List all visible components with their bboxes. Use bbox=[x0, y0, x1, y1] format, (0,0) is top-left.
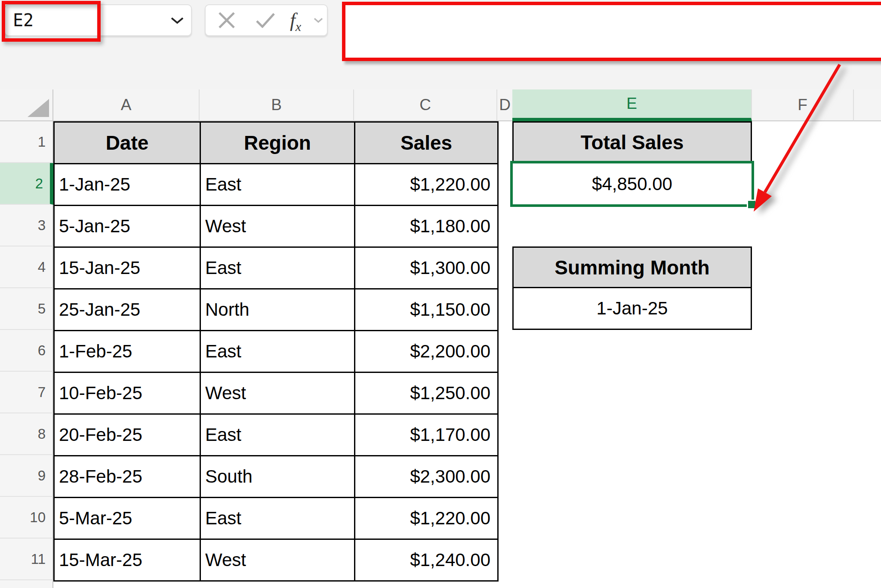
table-cell-region[interactable]: East bbox=[200, 498, 355, 539]
table-row: 1-Jan-25East$1,220.00 bbox=[54, 164, 498, 206]
column-header-f[interactable]: F bbox=[752, 89, 854, 121]
selected-cell-e2[interactable]: $4,850.00 bbox=[510, 161, 754, 207]
table-cell-date[interactable]: 5-Mar-25 bbox=[54, 498, 200, 539]
table-cell-region[interactable]: East bbox=[200, 247, 355, 289]
excel-screenshot: E2 fx =SUMIFS(C2:C11, A2:A11, ">="&E5, A… bbox=[0, 0, 881, 588]
table-cell-sales[interactable]: $1,150.00 bbox=[355, 289, 498, 331]
select-all-button[interactable] bbox=[0, 89, 53, 121]
column-header-e-selected[interactable]: E bbox=[512, 89, 752, 121]
row-header-4[interactable]: 4 bbox=[0, 246, 53, 288]
row-header-gutter: 1234567891011 bbox=[0, 121, 53, 588]
summing-month-header-cell[interactable]: Summing Month bbox=[514, 248, 751, 288]
fx-chevron-down-icon[interactable] bbox=[313, 17, 323, 23]
row-header-5[interactable]: 5 bbox=[0, 288, 53, 330]
table-row: 25-Jan-25North$1,150.00 bbox=[54, 289, 498, 331]
table-row: 5-Mar-25East$1,220.00 bbox=[54, 498, 498, 539]
header-cell-region[interactable]: Region bbox=[200, 122, 355, 164]
row-header-1[interactable]: 1 bbox=[0, 121, 53, 163]
insert-function-fx-icon[interactable]: fx bbox=[290, 9, 301, 34]
table-row: 20-Feb-25East$1,170.00 bbox=[54, 414, 498, 456]
summing-month-label: Summing Month bbox=[554, 256, 709, 279]
table-cell-sales[interactable]: $1,170.00 bbox=[355, 414, 498, 456]
table-cell-sales[interactable]: $1,220.00 bbox=[355, 164, 498, 206]
row-header-12-partial[interactable] bbox=[0, 580, 53, 588]
row-header-8[interactable]: 8 bbox=[0, 413, 53, 455]
total-sales-label: Total Sales bbox=[581, 131, 684, 154]
column-letter: E bbox=[626, 95, 637, 113]
select-all-triangle-icon bbox=[28, 99, 49, 117]
total-sales-value: $4,850.00 bbox=[592, 174, 672, 194]
table-cell-region[interactable]: West bbox=[200, 206, 355, 247]
table-cell-region[interactable]: West bbox=[200, 373, 355, 414]
table-cell-region[interactable]: North bbox=[200, 289, 355, 331]
table-row: 10-Feb-25West$1,250.00 bbox=[54, 373, 498, 414]
table-cell-date[interactable]: 10-Feb-25 bbox=[54, 373, 200, 414]
table-cell-date[interactable]: 1-Jan-25 bbox=[54, 164, 200, 206]
table-row: 28-Feb-25South$2,300.00 bbox=[54, 456, 498, 498]
column-header-g-partial[interactable] bbox=[854, 89, 881, 121]
column-letter: A bbox=[121, 96, 132, 114]
table-cell-date[interactable]: 15-Mar-25 bbox=[54, 539, 200, 581]
column-header-a[interactable]: A bbox=[53, 89, 200, 121]
formula-buttons: fx bbox=[205, 4, 328, 36]
table-cell-date[interactable]: 15-Jan-25 bbox=[54, 247, 200, 289]
total-sales-header-cell[interactable]: Total Sales bbox=[512, 121, 752, 163]
column-header-c[interactable]: C bbox=[354, 89, 497, 121]
table-row: 15-Jan-25East$1,300.00 bbox=[54, 247, 498, 289]
chevron-down-icon[interactable] bbox=[170, 17, 184, 25]
table-cell-sales[interactable]: $1,240.00 bbox=[355, 539, 498, 581]
summing-month-value-cell[interactable]: 1-Jan-25 bbox=[514, 288, 751, 329]
header-cell-sales[interactable]: Sales bbox=[355, 122, 498, 164]
table-cell-region[interactable]: East bbox=[200, 414, 355, 456]
table-cell-sales[interactable]: $1,300.00 bbox=[355, 247, 498, 289]
cancel-icon[interactable] bbox=[218, 11, 236, 29]
row-header-3[interactable]: 3 bbox=[0, 205, 53, 246]
table-cell-date[interactable]: 25-Jan-25 bbox=[54, 289, 200, 331]
data-table: Date Region Sales 1-Jan-25East$1,220.005… bbox=[53, 121, 499, 582]
table-cell-region[interactable]: South bbox=[200, 456, 355, 498]
table-cell-date[interactable]: 28-Feb-25 bbox=[54, 456, 200, 498]
column-header-b[interactable]: B bbox=[200, 89, 354, 121]
row-header-11[interactable]: 11 bbox=[0, 539, 53, 580]
formula-bar[interactable]: =SUMIFS(C2:C11, A2:A11, ">="&E5, A2:A11,… bbox=[342, 2, 881, 61]
table-cell-region[interactable]: East bbox=[200, 331, 355, 373]
fx-x: x bbox=[296, 19, 301, 34]
worksheet-grid: A B C D E F 1234567891011 Date Region Sa… bbox=[0, 89, 881, 588]
table-cell-region[interactable]: West bbox=[200, 539, 355, 581]
table-cell-date[interactable]: 20-Feb-25 bbox=[54, 414, 200, 456]
column-letter: C bbox=[419, 96, 431, 114]
row-header-9[interactable]: 9 bbox=[0, 455, 53, 497]
table-cell-sales[interactable]: $1,250.00 bbox=[355, 373, 498, 414]
summing-month-value: 1-Jan-25 bbox=[597, 298, 668, 319]
row-header-2[interactable]: 2 bbox=[0, 163, 53, 205]
table-cell-date[interactable]: 5-Jan-25 bbox=[54, 206, 200, 247]
table-cell-sales[interactable]: $2,200.00 bbox=[355, 331, 498, 373]
column-header-d[interactable]: D bbox=[497, 89, 512, 121]
annotation-red-box-name bbox=[2, 1, 101, 42]
table-row: 1-Feb-25East$2,200.00 bbox=[54, 331, 498, 373]
fx-f: f bbox=[290, 9, 296, 31]
formula-toolbar: E2 fx =SUMIFS(C2:C11, A2:A11, ">="&E5, A… bbox=[0, 0, 881, 89]
summing-month-box: Summing Month 1-Jan-25 bbox=[512, 246, 752, 330]
row-header-10[interactable]: 10 bbox=[0, 497, 53, 539]
column-letter: F bbox=[798, 96, 807, 114]
table-row: 5-Jan-25West$1,180.00 bbox=[54, 206, 498, 247]
enter-icon[interactable] bbox=[256, 12, 275, 28]
table-cell-sales[interactable]: $1,220.00 bbox=[355, 498, 498, 539]
table-cell-date[interactable]: 1-Feb-25 bbox=[54, 331, 200, 373]
table-cell-region[interactable]: East bbox=[200, 164, 355, 206]
table-header-row: Date Region Sales bbox=[54, 122, 498, 164]
fill-handle[interactable] bbox=[747, 200, 757, 209]
table-row: 15-Mar-25West$1,240.00 bbox=[54, 539, 498, 581]
header-cell-date[interactable]: Date bbox=[54, 122, 200, 164]
row-header-6[interactable]: 6 bbox=[0, 330, 53, 372]
column-letter: D bbox=[499, 96, 511, 114]
column-letter: B bbox=[271, 96, 282, 114]
row-header-7[interactable]: 7 bbox=[0, 372, 53, 413]
table-cell-sales[interactable]: $1,180.00 bbox=[355, 206, 498, 247]
table-cell-sales[interactable]: $2,300.00 bbox=[355, 456, 498, 498]
